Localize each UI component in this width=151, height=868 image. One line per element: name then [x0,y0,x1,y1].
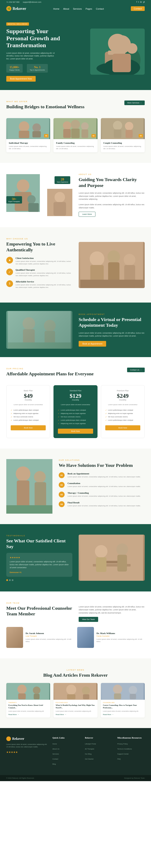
about-section: 28 Years Experience 50+ Expert Therapist… [0,163,151,227]
blog-read-more-1[interactable]: Read More → [8,714,19,715]
footer-resources-title: Miscellaneous Resources [117,737,145,739]
svg-point-13 [63,121,71,130]
step-num-1: 01 [59,472,65,478]
pricing-premium-feature-2: Adipiscing enim eu turpis egestas [105,412,140,415]
about-learn-button[interactable]: Learn More [79,212,95,217]
appointment-button[interactable]: Book an Appointment [79,341,106,347]
pricing-contact-button[interactable]: Contact Us → [127,368,145,372]
svg-point-43 [44,320,56,332]
whyus-text-3: Lorem ipsum dolor sit amet, consectetur … [16,284,72,289]
top-bar: +1 234 567 890 support@rekover.com f t i… [0,0,151,4]
footer-link-blog[interactable]: Blog [53,763,56,765]
pricing-header: Our Pricing Affordable Appointment Plans… [6,368,145,380]
about-stat2-lbl: Expert Therapists [8,201,20,202]
about-content: About Us Guiding You Towards Clarity and… [79,173,145,217]
pricing-standard-book-button[interactable]: Book Now [58,429,93,434]
step-text-2: Lorem ipsum dolor sit amet, consectetur … [67,485,141,488]
team-bio-2: Lorem ipsum dolor sit amet, consectetur … [96,638,145,643]
blog-badge: Latest News [6,669,145,671]
svg-point-20 [113,121,122,130]
svg-rect-3 [105,52,130,70]
service-card-num-2: 02 [91,134,96,137]
step-title-4: Final Result [67,501,141,504]
twitter-icon[interactable]: t [139,1,139,3]
footer-support-link[interactable]: Support Center [117,753,128,755]
hero-stat2-num: No. 1 [30,66,45,69]
footer-link-about[interactable]: About Us [53,748,59,750]
footer-resources: Miscellaneous Resources Privacy Policy T… [117,737,145,767]
more-services-button[interactable]: More Services → [124,100,145,105]
dot-2[interactable] [9,579,11,581]
whyus-item-2: ✓ Qualified Therapist Lorem ipsum dolor … [6,269,72,277]
team-member-2: Dr. Mark Williams Family Counselor Lorem… [77,627,145,648]
navbar-contact-button[interactable]: Contact [131,6,145,11]
services-badge: What We Offer [6,100,84,102]
blog-card-2: Psychology What Is Health Psychology And… [54,683,97,717]
solution-step-4: 04 Final Result Lorem ipsum dolor sit am… [59,501,145,507]
svg-point-8 [19,121,29,132]
svg-point-10 [32,123,41,132]
topbar-phone: +1 234 567 890 [6,1,20,3]
navbar-actions: Contact [131,6,145,11]
svg-point-49 [34,471,46,483]
facebook-icon[interactable]: f [137,1,137,3]
footer-therapist-link[interactable]: All Therapist [85,748,94,750]
about-badge: About Us [79,173,145,176]
footer-link-home[interactable]: Home [53,743,57,745]
nav-pages[interactable]: Pages [86,7,92,10]
pricing-basic-book-button[interactable]: Book Now [11,425,46,430]
services-header-text: What We Offer Building Bridges to Emotio… [6,100,84,113]
youtube-icon[interactable]: yt [143,1,145,3]
blog-read-more-3[interactable]: Read More → [103,714,114,715]
dot-1[interactable] [6,579,8,581]
footer-faq-link[interactable]: FAQ [117,758,121,760]
team-name-2: Dr. Mark Williams [96,632,145,634]
svg-rect-45 [8,342,71,349]
about-stat-1: 28 Years Experience [55,176,70,184]
svg-point-35 [108,250,120,263]
svg-rect-40 [8,311,71,349]
navbar-brand: Rekover [12,6,26,11]
navbar-links: Home About Services Pages Contact [53,7,104,10]
footer-quick-links-list: Home About Us Services Contact Blog [53,742,80,766]
pricing-basic-feature-3: Vel risus commodo viverra [11,415,46,418]
footer-link-contact[interactable]: Contact [53,758,58,760]
footer-getstarted-link[interactable]: Get Started [85,758,94,760]
dot-3[interactable] [12,579,13,581]
nav-about[interactable]: About [63,7,69,10]
about-img-secondary [47,189,72,216]
hero-image [76,29,145,75]
pricing-standard-feature-5: Adipiscing enim eu turpis egestas [58,422,93,425]
navbar-logo: 🌿 Rekover [6,6,26,11]
view-team-button[interactable]: View Our Team [79,617,98,622]
blog-read-more-2[interactable]: Read More → [56,714,66,715]
hero-cta-button[interactable]: Book Appointment Now [6,76,36,82]
about-title: Guiding You Towards Clarity and Purpose [79,177,145,188]
whyus-text-1: Lorem ipsum dolor sit amet, consectetur … [16,260,72,265]
whyus-badge: Why Choose Us [6,238,72,240]
team-avatar-2 [77,627,94,648]
footer-privacy-link[interactable]: Privacy Policy [117,743,128,745]
topbar-email: support@rekover.com [23,1,41,3]
footer-lifestyle-link[interactable]: Lifestyle Portal [85,743,96,745]
pricing-standard-feature-3: Vel risus commodo viverra [58,415,93,418]
svg-point-67 [82,686,90,694]
testimonial-dots [6,579,72,581]
nav-contact[interactable]: Contact [96,7,104,10]
footer-terms-link[interactable]: Terms & Conditions [117,748,132,750]
footer-ourblog-link[interactable]: Our Blog [85,753,92,755]
footer-link-services[interactable]: Services [53,753,59,755]
footer-copyright: © 2024 Rekover. All Rights Reserved. [6,777,34,779]
service-card-text-2: Lorem ipsum dolor sit amet, consectetur … [56,145,95,150]
pricing-premium-book-button[interactable]: Book Now [105,425,140,430]
nav-home[interactable]: Home [53,7,59,10]
appointment-content: Book Appointment Schedule a Virtual or P… [79,313,145,347]
nav-services[interactable]: Services [73,7,82,10]
svg-rect-9 [19,131,29,138]
service-card-text-3: Lorem ipsum dolor sit amet, consectetur … [103,145,142,150]
blog-body-2: Psychology What Is Health Psychology And… [54,700,97,717]
linkedin-icon[interactable]: in [140,1,142,3]
pricing-standard-feature-1: Lorem pellentesque diam volutpat [58,408,93,412]
blog-cat-1: Therapy [8,702,48,703]
whyus-item-2-text: Qualified Therapist Lorem ipsum dolor si… [16,269,72,277]
